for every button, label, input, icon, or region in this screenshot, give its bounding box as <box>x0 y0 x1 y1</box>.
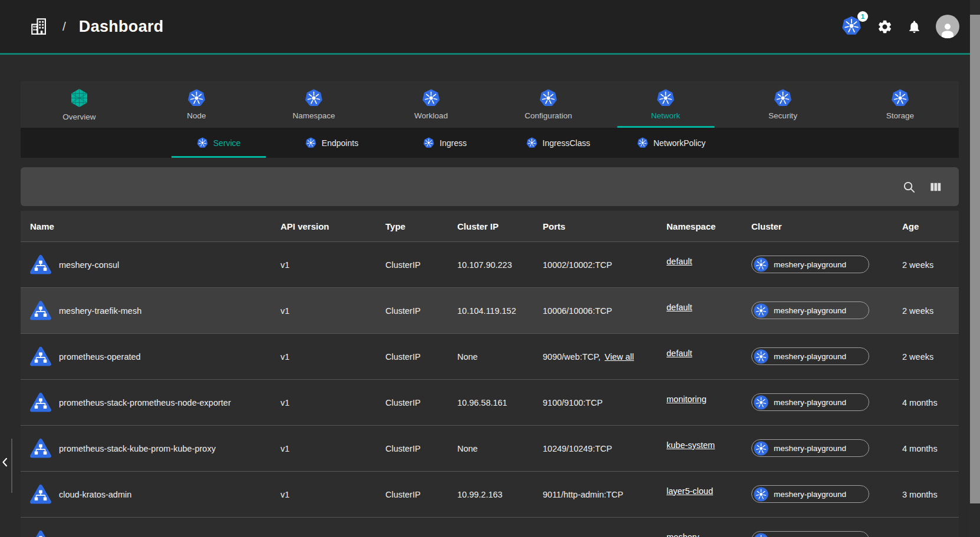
organization-building-icon[interactable] <box>29 16 50 37</box>
cell-namespace: kube-system <box>666 444 751 453</box>
col-header-ports[interactable]: Ports <box>543 221 666 231</box>
table-row: meshery-consul v1 ClusterIP 10.107.90.22… <box>21 241 959 287</box>
settings-gear-icon[interactable] <box>877 19 893 35</box>
tab-workload[interactable]: Workload <box>372 81 490 128</box>
col-header-age[interactable]: Age <box>902 221 949 231</box>
namespace-link[interactable]: default <box>666 303 692 312</box>
namespace-link[interactable]: meshery <box>666 532 699 537</box>
cell-age: 2 weeks <box>902 260 949 270</box>
tab-configuration[interactable]: Configuration <box>490 81 607 128</box>
col-header-api-version[interactable]: API version <box>281 221 385 231</box>
tab-network[interactable]: Network <box>607 81 724 128</box>
kubernetes-context-button[interactable]: 1 <box>842 16 863 37</box>
network-subtabs: Service Endpoints Ingress IngressClass N… <box>21 128 959 158</box>
subtab-ingressclass[interactable]: IngressClass <box>501 128 615 158</box>
namespace-link[interactable]: layer5-cloud <box>666 486 713 496</box>
kubernetes-icon <box>774 89 792 107</box>
subtab-ingress[interactable]: Ingress <box>388 128 501 158</box>
breadcrumb-separator: / <box>62 19 66 34</box>
col-header-namespace[interactable]: Namespace <box>666 221 751 231</box>
cell-api-version: v1 <box>281 352 385 362</box>
cluster-name: meshery-playground <box>774 260 846 269</box>
cell-namespace: default <box>666 260 751 270</box>
view-columns-icon[interactable] <box>929 180 942 194</box>
service-name: prometheus-stack-kube-prom-kube-proxy <box>59 444 216 453</box>
tab-namespace[interactable]: Namespace <box>255 81 372 128</box>
col-header-cluster[interactable]: Cluster <box>751 221 902 231</box>
cell-ports: 9011/http-admin:TCP <box>543 490 666 499</box>
namespace-link[interactable]: monitoring <box>666 395 707 404</box>
subtab-label: NetworkPolicy <box>654 138 706 148</box>
view-all-link[interactable]: View all <box>605 352 634 362</box>
search-icon[interactable] <box>902 180 916 194</box>
scrollbar-thumb[interactable] <box>970 15 980 503</box>
cell-api-version: v1 <box>281 398 385 407</box>
kubernetes-icon <box>305 89 323 107</box>
tab-label: Workload <box>414 111 448 120</box>
cluster-chip[interactable]: meshery-playground <box>751 531 869 537</box>
col-header-type[interactable]: Type <box>385 221 457 231</box>
header-actions: 1 <box>842 15 968 38</box>
cell-cluster: meshery-playground <box>751 347 902 366</box>
namespace-link[interactable]: default <box>666 349 692 358</box>
table-row: prometheus-operated v1 ClusterIP None 90… <box>21 333 959 379</box>
user-avatar[interactable] <box>936 15 959 38</box>
tab-security[interactable]: Security <box>724 81 842 128</box>
col-header-name[interactable]: Name <box>30 221 281 231</box>
cluster-chip[interactable]: meshery-playground <box>751 256 869 273</box>
cell-api-version: v1 <box>281 260 385 270</box>
tab-label: Namespace <box>292 111 335 120</box>
cell-name: meshery-consul <box>30 254 281 276</box>
cell-ports: 9100/9100:TCP <box>543 398 666 407</box>
notifications-bell-icon[interactable] <box>907 19 922 34</box>
kubernetes-icon <box>754 349 768 364</box>
kubernetes-service-icon <box>30 392 51 413</box>
col-header-cluster-ip[interactable]: Cluster IP <box>457 221 543 231</box>
subtab-networkpolicy[interactable]: NetworkPolicy <box>615 128 728 158</box>
tab-label: Overview <box>62 112 95 121</box>
ports-text: 9100/9100:TCP <box>543 398 603 407</box>
tab-storage[interactable]: Storage <box>842 81 959 128</box>
cell-name: meshery-traefik-mesh <box>30 300 281 321</box>
tab-label: Network <box>651 111 681 120</box>
cell-namespace: layer5-cloud <box>666 490 751 499</box>
cluster-chip[interactable]: meshery-playground <box>751 301 869 319</box>
cluster-name: meshery-playground <box>774 306 846 315</box>
cell-cluster: meshery-playground <box>751 485 902 503</box>
cluster-chip[interactable]: meshery-playground <box>751 347 869 365</box>
cluster-chip[interactable]: meshery-playground <box>751 439 869 457</box>
kubernetes-icon <box>754 441 768 456</box>
table-row: prometheus-stack-kube-prom-kube-proxy v1… <box>21 425 959 471</box>
cell-api-version: v1 <box>281 306 385 316</box>
kubernetes-icon <box>754 487 768 502</box>
ports-text: 9090/web:TCP, <box>543 352 600 362</box>
cluster-chip[interactable]: meshery-playground <box>751 393 869 411</box>
table-row: cloud-kratos-admin v1 ClusterIP 10.99.2.… <box>21 471 959 517</box>
service-name: meshery-traefik-mesh <box>59 306 141 316</box>
namespace-link[interactable]: default <box>666 257 692 266</box>
cell-ports: 10249/10249:TCP <box>543 444 666 453</box>
cell-name: cloud-kratos-admin <box>30 484 281 505</box>
cell-cluster-ip: 10.104.119.152 <box>457 306 543 316</box>
collapse-drawer-button[interactable] <box>1 453 12 471</box>
subtab-endpoints[interactable]: Endpoints <box>275 128 388 158</box>
tab-node[interactable]: Node <box>138 81 255 128</box>
cell-ports: 9090/web:TCP,View all <box>543 352 666 362</box>
cluster-name: meshery-playground <box>774 352 846 361</box>
cluster-chip[interactable]: meshery-playground <box>751 485 869 503</box>
kubernetes-service-icon <box>30 254 51 276</box>
namespace-link[interactable]: kube-system <box>666 440 715 450</box>
breadcrumb: / Dashboard <box>29 16 164 37</box>
cluster-name: meshery-playground <box>774 398 846 407</box>
cell-name <box>30 530 281 537</box>
kubernetes-icon <box>422 89 440 107</box>
kubernetes-icon <box>197 137 208 148</box>
kubernetes-service-icon <box>30 530 51 537</box>
cell-cluster: meshery-playground <box>751 256 902 274</box>
tab-overview[interactable]: Overview <box>21 81 138 128</box>
tab-label: Node <box>187 111 206 120</box>
subtab-service[interactable]: Service <box>162 128 275 158</box>
kubernetes-icon <box>656 89 675 107</box>
meshery-logo-icon <box>69 88 90 108</box>
cell-namespace: monitoring <box>666 398 751 407</box>
